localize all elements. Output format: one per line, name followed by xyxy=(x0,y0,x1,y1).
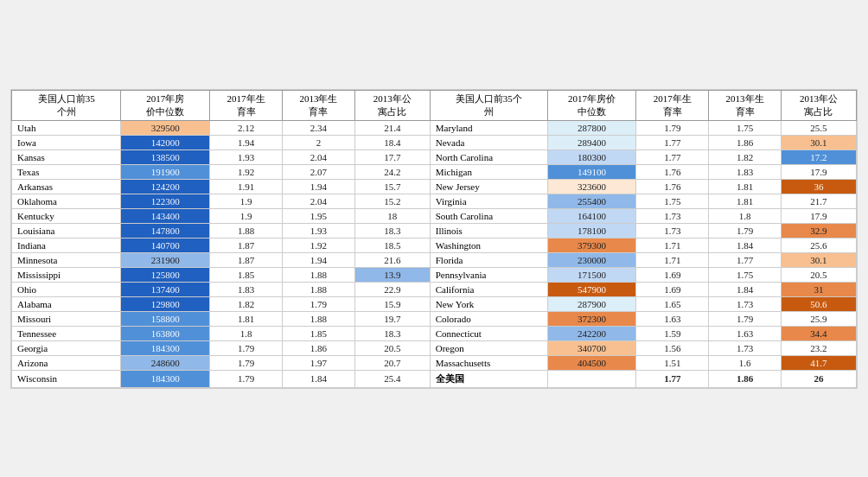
right-birth2013: 1.82 xyxy=(709,149,782,164)
left-birth2013: 1.95 xyxy=(283,208,355,223)
right-birth2017: 1.59 xyxy=(636,326,709,340)
right-birth2013: 1.6 xyxy=(709,355,782,370)
right-birth2013: 1.86 xyxy=(709,370,782,387)
right-apt: 25.9 xyxy=(781,311,856,326)
right-state-name: New York xyxy=(430,296,547,311)
left-state-name: Georgia xyxy=(12,340,121,355)
right-state-name: New Jersey xyxy=(430,179,547,194)
right-apt: 32.9 xyxy=(781,223,856,238)
right-birth2017: 1.77 xyxy=(636,135,709,149)
right-birth2017: 1.76 xyxy=(636,164,709,179)
left-birth2013: 2 xyxy=(283,135,355,149)
left-apt: 13.9 xyxy=(354,267,430,282)
left-price: 142000 xyxy=(121,135,210,149)
left-price: 184300 xyxy=(121,370,210,387)
left-apt: 24.2 xyxy=(354,164,430,179)
left-price: 125800 xyxy=(121,267,210,282)
left-apt: 18.5 xyxy=(354,238,430,252)
right-price xyxy=(547,370,636,387)
left-price: 163800 xyxy=(121,326,210,340)
left-apt: 20.7 xyxy=(354,355,430,370)
left-birth2017: 1.9 xyxy=(210,194,283,208)
right-birth2013: 1.63 xyxy=(709,326,782,340)
left-apt: 22.9 xyxy=(354,282,430,296)
left-birth2017: 1.92 xyxy=(210,164,283,179)
right-price: 289400 xyxy=(547,135,636,149)
right-birth2017: 1.65 xyxy=(636,296,709,311)
right-apt: 41.7 xyxy=(781,355,856,370)
left-state-name: Iowa xyxy=(12,135,121,149)
header-right-birth2013: 2013年生育率 xyxy=(709,90,782,120)
left-state-name: Indiana xyxy=(12,238,121,252)
left-price: 147800 xyxy=(121,223,210,238)
main-container: 美国人口前35个州 2017年房价中位数 2017年生育率 2013年生育率 2… xyxy=(10,89,858,389)
right-price: 171500 xyxy=(547,267,636,282)
right-price: 372300 xyxy=(547,311,636,326)
left-price: 129800 xyxy=(121,296,210,311)
right-birth2017: 1.75 xyxy=(636,194,709,208)
left-state-name: Texas xyxy=(12,164,121,179)
right-price: 404500 xyxy=(547,355,636,370)
right-birth2017: 1.76 xyxy=(636,179,709,194)
left-state-name: Ohio xyxy=(12,282,121,296)
left-birth2013: 1.88 xyxy=(283,311,355,326)
left-state-name: Utah xyxy=(12,120,121,135)
header-left-state: 美国人口前35个州 xyxy=(12,90,121,120)
right-state-name: Michigan xyxy=(430,164,547,179)
right-birth2013: 1.75 xyxy=(709,267,782,282)
right-birth2013: 1.81 xyxy=(709,179,782,194)
right-apt: 23.2 xyxy=(781,340,856,355)
left-state-name: Minnesota xyxy=(12,252,121,267)
left-state-name: Wisconsin xyxy=(12,370,121,387)
left-state-name: Alabama xyxy=(12,296,121,311)
right-apt: 25.6 xyxy=(781,238,856,252)
right-apt: 50.6 xyxy=(781,296,856,311)
left-birth2013: 2.04 xyxy=(283,149,355,164)
left-apt: 15.7 xyxy=(354,179,430,194)
left-state-name: Arizona xyxy=(12,355,121,370)
left-state-name: Tennessee xyxy=(12,326,121,340)
left-state-name: Kansas xyxy=(12,149,121,164)
right-state-name: Maryland xyxy=(430,120,547,135)
header-left-apt: 2013年公寓占比 xyxy=(354,90,430,120)
right-apt: 17.9 xyxy=(781,208,856,223)
right-birth2017: 1.56 xyxy=(636,340,709,355)
left-state-name: Oklahoma xyxy=(12,194,121,208)
right-state-name: Florida xyxy=(430,252,547,267)
left-apt: 20.5 xyxy=(354,340,430,355)
left-apt: 17.7 xyxy=(354,149,430,164)
right-apt: 21.7 xyxy=(781,194,856,208)
left-apt: 25.4 xyxy=(354,370,430,387)
right-birth2013: 1.79 xyxy=(709,311,782,326)
right-birth2013: 1.84 xyxy=(709,238,782,252)
left-price: 158800 xyxy=(121,311,210,326)
left-birth2017: 2.12 xyxy=(210,120,283,135)
right-birth2013: 1.77 xyxy=(709,252,782,267)
left-birth2013: 2.04 xyxy=(283,194,355,208)
left-state-name: Arkansas xyxy=(12,179,121,194)
right-birth2017: 1.73 xyxy=(636,208,709,223)
left-apt: 19.7 xyxy=(354,311,430,326)
left-price: 137400 xyxy=(121,282,210,296)
data-table: 美国人口前35个州 2017年房价中位数 2017年生育率 2013年生育率 2… xyxy=(11,90,857,388)
right-price: 287900 xyxy=(547,296,636,311)
left-birth2013: 1.79 xyxy=(283,296,355,311)
right-state-name: California xyxy=(430,282,547,296)
left-price: 143400 xyxy=(121,208,210,223)
right-state-name: 全美国 xyxy=(430,370,547,387)
right-state-name: Illinois xyxy=(430,223,547,238)
left-apt: 15.9 xyxy=(354,296,430,311)
left-birth2017: 1.82 xyxy=(210,296,283,311)
right-birth2017: 1.69 xyxy=(636,267,709,282)
left-birth2013: 1.93 xyxy=(283,223,355,238)
left-birth2013: 2.07 xyxy=(283,164,355,179)
right-price: 255400 xyxy=(547,194,636,208)
left-birth2017: 1.79 xyxy=(210,355,283,370)
left-birth2017: 1.87 xyxy=(210,238,283,252)
right-apt: 36 xyxy=(781,179,856,194)
right-state-name: South Carolina xyxy=(430,208,547,223)
left-birth2017: 1.88 xyxy=(210,223,283,238)
right-price: 287800 xyxy=(547,120,636,135)
left-birth2017: 1.8 xyxy=(210,326,283,340)
right-state-name: Pennsylvania xyxy=(430,267,547,282)
